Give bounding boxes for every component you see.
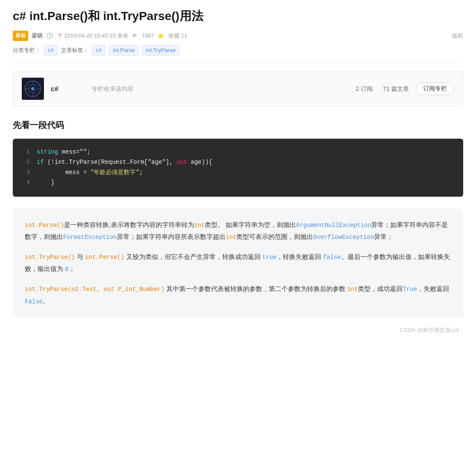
- views-count: 7407: [142, 32, 154, 41]
- inline-code-int2: int: [226, 234, 236, 241]
- column-card: c# 专栏收录该内容 2 订阅 71 篇文章 订阅专栏: [13, 71, 463, 106]
- subscribers-count: 2 订阅: [356, 84, 373, 93]
- meta-bar: 原创 梁萌 🕐 于 2019-04-20 10:45:23 发布 👁 7407 …: [13, 31, 463, 41]
- column-avatar-image: [22, 78, 44, 100]
- inline-code-overflow: OverflowException: [313, 234, 374, 241]
- separator: [13, 62, 463, 63]
- code-text-1: string mess="";: [37, 147, 456, 157]
- author-name[interactable]: 梁萌: [32, 32, 43, 41]
- inline-code-true2: True: [403, 286, 417, 293]
- kw-string-val: "年龄必须是数字": [90, 169, 139, 176]
- category-label: 分类专栏：: [13, 46, 41, 55]
- kw-if: if: [37, 159, 44, 166]
- publish-date: 于 2019-04-20 10:45:23 发布: [57, 32, 128, 41]
- inline-code-int3: int: [347, 286, 358, 293]
- code-block: 1 string mess=""; 2 if (!int.TryParse(Re…: [13, 139, 463, 196]
- code-mess: mess="";: [58, 148, 90, 155]
- subscribe-button[interactable]: 订阅专栏: [416, 82, 454, 95]
- content-para-1: int.Parse()是一种类容转换;表示将数字内容的字符串转为int类型。 如…: [25, 219, 451, 243]
- inline-code-int: int: [194, 222, 205, 229]
- code-line-2: 2 if (!int.TryParse(Request.Form["age"],…: [20, 157, 456, 168]
- column-stats: 2 订阅 71 篇文章: [356, 84, 409, 93]
- kw-out: out: [177, 159, 187, 166]
- content-para-2: int.TryParse() 与 int.Parse() 又较为类似，但它不会产…: [25, 251, 451, 275]
- content-para-3: int.TryParse(n1.Text, out P_int_Number) …: [25, 283, 451, 307]
- code-text-3: mess = "年龄必须是数字";: [37, 168, 456, 178]
- category-tag-csharp[interactable]: c#: [44, 45, 58, 56]
- inline-code-argnull: ArgumentNullException: [296, 222, 371, 229]
- content-block: int.Parse()是一种类容转换;表示将数字内容的字符串转为int类型。 如…: [13, 209, 463, 318]
- line-num-1: 1: [20, 147, 30, 157]
- page-container: c# int.Parse()和 int.TryParse()用法 原创 梁萌 🕐…: [0, 0, 476, 352]
- inline-code-true: true: [262, 254, 277, 261]
- tag-row: 分类专栏： c# 文章标签： c# int.Parse int.TryParse: [13, 45, 463, 56]
- column-avatar: [22, 78, 44, 100]
- collect-count[interactable]: 收藏 21: [168, 32, 187, 41]
- inline-code-intparse2: int.Parse(): [85, 254, 124, 261]
- code-line-1: 1 string mess="";: [20, 147, 456, 157]
- column-desc: 专栏收录该内容: [92, 84, 349, 93]
- column-name[interactable]: c#: [51, 84, 85, 95]
- inline-code-false2: False: [25, 298, 43, 305]
- svg-point-3: [31, 87, 35, 90]
- original-badge: 原创: [13, 31, 28, 41]
- views-icon: 👁: [132, 32, 137, 41]
- article-tag-inttryparse[interactable]: int.TryParse: [142, 45, 180, 56]
- article-tag-csharp[interactable]: c#: [92, 45, 106, 56]
- copyright-link[interactable]: 版权: [452, 32, 463, 41]
- kw-string: string: [37, 148, 58, 155]
- line-num-2: 2: [20, 157, 30, 167]
- inline-code-inttryparse: int.TryParse(): [25, 254, 75, 261]
- code-text-2: if (!int.TryParse(Request.Form["age"], o…: [37, 157, 456, 168]
- inline-code-false: false: [323, 254, 341, 261]
- star-icon: ⭐: [157, 32, 164, 41]
- code-line-4: 4 }: [20, 178, 456, 188]
- line-num-4: 4: [20, 178, 30, 187]
- code-text-4: }: [37, 178, 456, 188]
- article-label: 文章标签：: [61, 46, 89, 55]
- inline-code-intparse: int.Parse(): [25, 222, 64, 229]
- inline-code-format: FormatException: [63, 234, 117, 241]
- clock-icon: 🕐: [46, 32, 53, 41]
- section1-title: 先看一段代码: [13, 118, 463, 132]
- code-line-3: 3 mess = "年龄必须是数字";: [20, 168, 456, 178]
- articles-count: 71 篇文章: [383, 84, 409, 93]
- line-num-3: 3: [20, 168, 30, 177]
- article-title: c# int.Parse()和 int.TryParse()用法: [13, 9, 463, 24]
- footer-note: CSDN @林空鹿饮溪cyd: [13, 326, 463, 335]
- inline-code-zero: 0: [65, 266, 68, 273]
- inline-code-inttryparse2: int.TryParse(n1.Text, out P_int_Number): [25, 286, 165, 293]
- article-tag-intparse[interactable]: int.Parse: [109, 45, 138, 56]
